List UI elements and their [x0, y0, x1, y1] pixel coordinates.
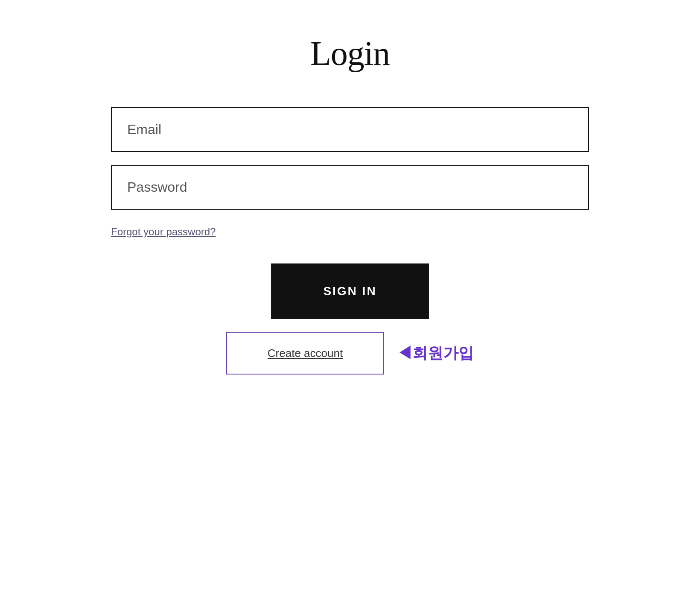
buttons-area: SIGN IN Create account ◀회원가입	[111, 263, 589, 375]
membership-label: ◀회원가입	[397, 343, 474, 364]
login-container: Login Forgot your password? SIGN IN Crea…	[111, 34, 589, 375]
email-input-group	[111, 107, 589, 152]
password-input-group	[111, 165, 589, 210]
create-account-button[interactable]: Create account	[226, 332, 384, 375]
page-title: Login	[310, 34, 390, 73]
sign-in-button[interactable]: SIGN IN	[271, 263, 429, 319]
forgot-password-link[interactable]: Forgot your password?	[111, 226, 216, 238]
create-account-row: Create account ◀회원가입	[226, 332, 474, 375]
email-field[interactable]	[111, 107, 589, 152]
password-field[interactable]	[111, 165, 589, 210]
